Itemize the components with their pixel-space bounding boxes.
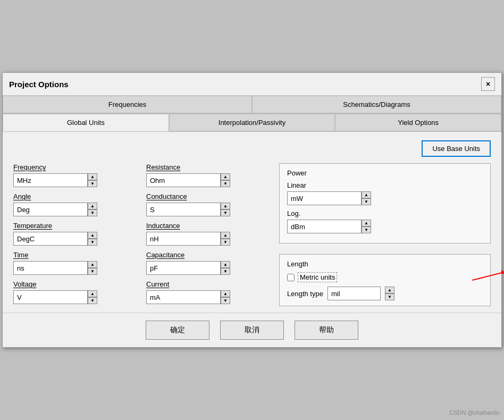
time-down-btn[interactable]: ▼: [88, 268, 97, 275]
capacitance-input[interactable]: [146, 261, 221, 275]
voltage-down-btn[interactable]: ▼: [88, 297, 97, 304]
current-input[interactable]: [146, 290, 221, 304]
angle-group: Angle ▲ ▼: [13, 192, 136, 216]
conductance-up-btn[interactable]: ▲: [221, 203, 230, 209]
angle-up-btn[interactable]: ▲: [88, 203, 97, 209]
tab-frequencies[interactable]: Frequencies: [3, 96, 252, 113]
cancel-button[interactable]: 取消: [220, 321, 284, 340]
voltage-label: Voltage: [13, 280, 136, 288]
voltage-spinner-btns: ▲ ▼: [88, 290, 97, 304]
temperature-up-btn[interactable]: ▲: [88, 232, 97, 239]
power-linear-input[interactable]: [287, 191, 362, 205]
angle-input[interactable]: [13, 203, 88, 216]
main-grid: Frequency ▲ ▼ Angle ▲: [13, 163, 491, 306]
length-type-up-btn[interactable]: ▲: [385, 287, 394, 293]
power-panel: Power Linear ▲ ▼ L: [279, 163, 491, 243]
time-input[interactable]: [13, 261, 88, 275]
time-spinner-btns: ▲ ▼: [88, 261, 97, 275]
inductance-spinner-row: ▲ ▼: [146, 232, 268, 246]
voltage-group: Voltage ▲ ▼: [13, 280, 136, 304]
frequency-up-btn[interactable]: ▲: [88, 173, 97, 180]
power-linear-group: Linear ▲ ▼: [287, 181, 483, 205]
time-up-btn[interactable]: ▲: [88, 261, 97, 268]
angle-down-btn[interactable]: ▼: [88, 209, 97, 216]
conductance-label: Conductance: [146, 192, 268, 200]
help-button[interactable]: 帮助: [295, 321, 358, 340]
power-log-spinner-row: ▲ ▼: [287, 220, 483, 233]
conductance-down-btn[interactable]: ▼: [221, 209, 230, 216]
metric-units-label: Metric units: [298, 272, 337, 282]
power-log-spinner-btns: ▲ ▼: [362, 220, 371, 233]
resistance-spinner-btns: ▲ ▼: [221, 173, 230, 187]
project-options-dialog: Project Options × Frequencies Schematics…: [2, 72, 502, 348]
current-up-btn[interactable]: ▲: [221, 290, 230, 297]
use-base-btn-row: Use Base Units: [13, 140, 491, 157]
middle-column: Resistance ▲ ▼ Conductance: [146, 163, 268, 306]
resistance-down-btn[interactable]: ▼: [221, 180, 230, 187]
current-spinner-btns: ▲ ▼: [221, 290, 230, 304]
tab-global-units[interactable]: Global Units: [3, 114, 169, 131]
angle-spinner-row: ▲ ▼: [13, 203, 136, 216]
capacitance-label: Capacitance: [146, 251, 268, 259]
temperature-spinner-btns: ▲ ▼: [88, 232, 97, 246]
capacitance-group: Capacitance ▲ ▼: [146, 251, 268, 275]
tab-yield-options[interactable]: Yield Options: [335, 114, 501, 131]
temperature-group: Temperature ▲ ▼: [13, 222, 136, 246]
use-base-units-button[interactable]: Use Base Units: [422, 140, 491, 157]
temperature-spinner-row: ▲ ▼: [13, 232, 136, 246]
power-linear-up-btn[interactable]: ▲: [362, 191, 371, 198]
resistance-input[interactable]: [146, 173, 221, 187]
temperature-down-btn[interactable]: ▼: [88, 239, 97, 246]
capacitance-up-btn[interactable]: ▲: [221, 261, 230, 268]
current-spinner-row: ▲ ▼: [146, 290, 268, 304]
left-column: Frequency ▲ ▼ Angle ▲: [13, 163, 136, 306]
capacitance-down-btn[interactable]: ▼: [221, 268, 230, 275]
frequency-input[interactable]: [13, 173, 88, 187]
resistance-up-btn[interactable]: ▲: [221, 173, 230, 180]
footer: 确定 取消 帮助: [3, 313, 501, 347]
frequency-spinner-row: ▲ ▼: [13, 173, 136, 187]
power-linear-down-btn[interactable]: ▼: [362, 198, 371, 205]
svg-line-0: [472, 272, 504, 280]
resistance-spinner-row: ▲ ▼: [146, 173, 268, 187]
tab-interpolation[interactable]: Interpolation/Passivity: [169, 114, 335, 131]
capacitance-spinner-btns: ▲ ▼: [221, 261, 230, 275]
capacitance-spinner-row: ▲ ▼: [146, 261, 268, 275]
tab-row-2: Global Units Interpolation/Passivity Yie…: [3, 114, 501, 132]
current-label: Current: [146, 280, 268, 288]
length-type-spinner-btns: ▲ ▼: [385, 287, 394, 300]
voltage-up-btn[interactable]: ▲: [88, 290, 97, 297]
current-down-btn[interactable]: ▼: [221, 297, 230, 304]
close-button[interactable]: ×: [481, 77, 495, 91]
power-log-input[interactable]: [287, 220, 362, 233]
length-type-label: Length type: [287, 290, 323, 298]
power-log-group: Log. ▲ ▼: [287, 209, 483, 233]
metric-units-checkbox[interactable]: [287, 274, 295, 281]
inductance-down-btn[interactable]: ▼: [221, 239, 230, 246]
power-log-up-btn[interactable]: ▲: [362, 220, 371, 226]
conductance-spinner-btns: ▲ ▼: [221, 203, 230, 216]
length-type-input[interactable]: [327, 287, 381, 300]
tab-schematics[interactable]: Schematics/Diagrams: [252, 96, 501, 113]
inductance-up-btn[interactable]: ▲: [221, 232, 230, 239]
conductance-spinner-row: ▲ ▼: [146, 203, 268, 216]
frequency-group: Frequency ▲ ▼: [13, 163, 136, 187]
power-log-down-btn[interactable]: ▼: [362, 226, 371, 233]
resistance-group: Resistance ▲ ▼: [146, 163, 268, 187]
metric-units-row: Metric units: [287, 272, 483, 282]
ok-button[interactable]: 确定: [146, 321, 209, 340]
frequency-down-btn[interactable]: ▼: [88, 180, 97, 187]
power-log-label: Log.: [287, 209, 483, 217]
conductance-input[interactable]: [146, 203, 221, 216]
frequency-spinner-btns: ▲ ▼: [88, 173, 97, 187]
temperature-input[interactable]: [13, 232, 88, 246]
voltage-input[interactable]: [13, 290, 88, 304]
length-type-row: Length type ▲ ▼: [287, 287, 483, 300]
inductance-input[interactable]: [146, 232, 221, 246]
red-arrow-decoration: [472, 270, 504, 285]
time-label: Time: [13, 251, 136, 259]
length-type-down-btn[interactable]: ▼: [385, 293, 394, 300]
angle-spinner-btns: ▲ ▼: [88, 203, 97, 216]
power-linear-spinner-row: ▲ ▼: [287, 191, 483, 205]
content-area: Use Base Units Frequency ▲ ▼: [3, 132, 501, 313]
